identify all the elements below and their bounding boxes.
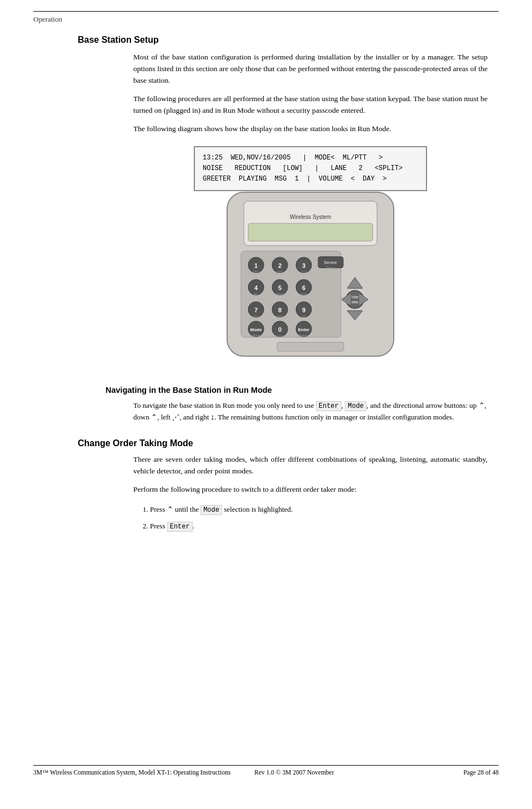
page-wrapper: Operation Base Station Setup Most of the… — [0, 0, 532, 809]
keypad-svg-wrapper: Wireless System 1 ABC 2 DEF 3 — [194, 191, 427, 358]
step-2: Press Enter. — [150, 519, 488, 533]
svg-text:Setup: Setup — [326, 266, 335, 269]
svg-text:Service: Service — [324, 261, 337, 264]
svg-text:PQR: PQR — [300, 293, 308, 296]
svg-text:Enter: Enter — [298, 327, 309, 332]
para3: The following diagram shows how the disp… — [133, 123, 488, 135]
svg-text:Wireless System: Wireless System — [290, 214, 331, 220]
svg-text:9: 9 — [302, 307, 305, 313]
change-order-title: Change Order Taking Mode — [78, 438, 499, 448]
navigating-para: To navigate the base station in Run mode… — [133, 400, 488, 423]
mode-highlight: Mode — [200, 505, 222, 515]
footer-right-rev: Rev 1.0 © 3M 2007 November — [254, 769, 334, 776]
enter-code: Enter — [316, 401, 342, 411]
svg-text:3: 3 — [302, 262, 305, 269]
svg-text:2: 2 — [278, 262, 282, 269]
mode-code: Mode — [345, 401, 367, 411]
svg-rect-3 — [248, 223, 373, 241]
svg-text:Space: Space — [275, 334, 285, 338]
svg-text:GHI: GHI — [301, 271, 307, 274]
display-line-3: GREETER PLAYING MSG 1 | VOLUME < DAY > — [203, 174, 418, 184]
para1: Most of the base station configuration i… — [133, 52, 488, 87]
svg-text:VWX: VWX — [276, 315, 284, 318]
svg-rect-51 — [277, 342, 344, 351]
svg-text:B/Alt: B/Alt — [253, 334, 260, 337]
navigating-content: To navigate the base station in Run mode… — [133, 400, 488, 428]
section-header: Operation — [33, 15, 499, 24]
svg-text:0: 0 — [278, 326, 282, 333]
svg-text:5: 5 — [278, 284, 282, 291]
change-order-steps: Press ⌃ until the Mode selection is high… — [150, 502, 488, 533]
svg-text:Mode: Mode — [250, 327, 262, 332]
para2: The following procedures are all perform… — [133, 93, 488, 117]
footer: 3M™ Wireless Communication System, Model… — [33, 765, 499, 776]
step-1: Press ⌃ until the Mode selection is high… — [150, 502, 488, 517]
base-station-content: Most of the base station configuration i… — [133, 52, 488, 369]
footer-page: Page 28 of 48 — [463, 769, 499, 776]
footer-left: 3M™ Wireless Communication System, Model… — [33, 769, 334, 776]
enter-highlight: Enter — [167, 522, 193, 532]
svg-text:Select: Select — [299, 334, 309, 337]
change-order-para1: There are seven order taking modes, whic… — [133, 454, 488, 477]
svg-text:8: 8 — [278, 307, 282, 313]
svg-text:YZ: YZ — [302, 315, 306, 318]
svg-text:6: 6 — [302, 284, 305, 291]
change-order-content: There are seven order taking modes, whic… — [133, 454, 488, 536]
navigating-title: Navigating in the Base Station in Run Mo… — [106, 386, 499, 394]
section-label: Operation — [33, 15, 62, 23]
base-station-setup-title: Base Station Setup — [78, 35, 499, 45]
svg-text:7: 7 — [254, 307, 258, 313]
svg-text:MNO: MNO — [276, 293, 284, 296]
display-line-1: 13:25 WED,NOV/16/2005 | MODE< ML/PTT > — [203, 153, 418, 163]
top-rule — [33, 11, 499, 12]
svg-text:4: 4 — [254, 284, 258, 291]
footer-left-text: 3M™ Wireless Communication System, Model… — [33, 769, 230, 776]
svg-text:JKL: JKL — [253, 293, 259, 296]
svg-text:ABC: ABC — [253, 271, 260, 274]
display-line-2: NOISE REDUCTION [LOW] | LANE 2 <SPLIT> — [203, 163, 418, 174]
keypad-device-svg: Wireless System 1 ABC 2 DEF 3 — [205, 191, 416, 358]
svg-text:1: 1 — [254, 262, 258, 269]
svg-text:STU: STU — [253, 315, 259, 318]
svg-text:DEF: DEF — [277, 271, 283, 274]
display-screen: 13:25 WED,NOV/16/2005 | MODE< ML/PTT > N… — [194, 146, 427, 192]
diagram-container: 13:25 WED,NOV/16/2005 | MODE< ML/PTT > N… — [194, 146, 427, 358]
main-content: Base Station Setup Most of the base stat… — [33, 35, 499, 765]
change-order-para2: Perform the following procedure to switc… — [133, 484, 488, 496]
